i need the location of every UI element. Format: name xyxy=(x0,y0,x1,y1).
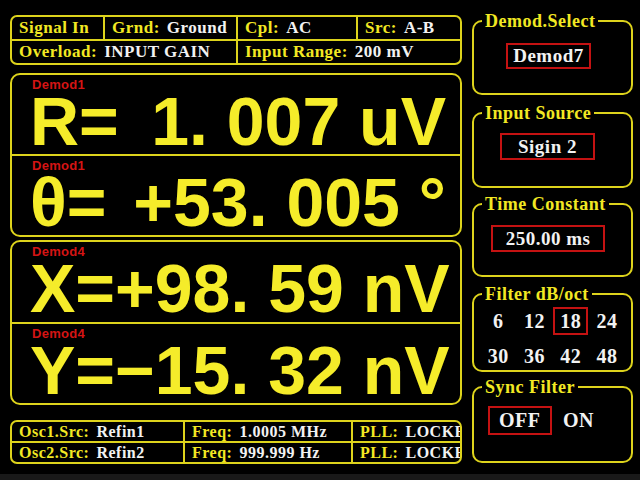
osc1-src-value: Refin1 xyxy=(96,423,144,441)
osc1-source-cell: Osc1.Src: Refin1 xyxy=(12,422,185,441)
readout-theta-value: +53. 005 ° xyxy=(133,167,446,237)
readout-panel-x: Demod4 X= +98. 59 nV xyxy=(12,242,460,322)
sync-filter-options: OFF ON xyxy=(488,406,605,435)
osc1-freq-cell: Freq: 1.0005 MHz xyxy=(185,422,353,441)
filter-option-36[interactable]: 36 xyxy=(517,342,552,370)
osc1-row: Osc1.Src: Refin1 Freq: 1.0005 MHz PLL: L… xyxy=(12,422,460,443)
filter-option-48[interactable]: 48 xyxy=(589,342,624,370)
osc2-pll-cell: PLL: LOCKED xyxy=(353,443,460,462)
status-row-1: Signal In Grnd: Ground Cpl: AC Src: A-B xyxy=(12,17,460,41)
src-value: A-B xyxy=(404,18,435,38)
readout-box-r-theta: Demod1 R= 1. 007 uV Demod1 θ= +53. 005 ° xyxy=(10,73,462,237)
osc1-pll-label: PLL: xyxy=(360,423,398,441)
input-source-value[interactable]: Sigin 2 xyxy=(500,133,595,160)
osc2-freq-cell: Freq: 999.999 Hz xyxy=(185,443,353,462)
osc2-pll-value: LOCKED xyxy=(405,444,460,462)
sync-filter-group: Sync Filter OFF ON xyxy=(472,386,633,463)
src-label: Src: xyxy=(365,18,397,38)
readout-line-y: Y= −15. 32 nV xyxy=(30,335,446,405)
filter-slope-title: Filter dB/oct xyxy=(482,284,592,305)
overload-label: Overload: xyxy=(19,42,97,62)
source-indicator: Src: A-B xyxy=(358,17,460,39)
readout-y-label: Y= xyxy=(30,335,115,405)
oscillator-bar: Osc1.Src: Refin1 Freq: 1.0005 MHz PLL: L… xyxy=(10,420,462,464)
osc1-freq-value: 1.0005 MHz xyxy=(239,423,327,441)
osc2-freq-value: 999.999 Hz xyxy=(239,444,320,462)
ground-indicator: Grnd: Ground xyxy=(105,17,238,39)
readout-line-r: R= 1. 007 uV xyxy=(30,86,446,156)
input-range-value: 200 mV xyxy=(355,42,414,62)
osc2-src-value: Refin2 xyxy=(96,444,144,462)
status-bar: Signal In Grnd: Ground Cpl: AC Src: A-B … xyxy=(10,15,462,65)
screen-bezel-strip xyxy=(0,474,640,480)
osc2-pll-label: PLL: xyxy=(360,444,398,462)
readout-r-label: R= xyxy=(30,86,119,156)
demod-select-value[interactable]: Demod7 xyxy=(506,43,591,69)
overload-value: INPUT GAIN xyxy=(104,42,210,62)
time-constant-title: Time Constant xyxy=(482,194,609,215)
filter-option-30[interactable]: 30 xyxy=(481,342,516,370)
sync-filter-off-selected[interactable]: OFF xyxy=(488,406,552,435)
grnd-label: Grnd: xyxy=(112,18,160,38)
readout-r-value: 1. 007 uV xyxy=(151,86,446,156)
readout-panel-theta: Demod1 θ= +53. 005 ° xyxy=(12,154,460,235)
osc2-row: Osc2.Src: Refin2 Freq: 999.999 Hz PLL: L… xyxy=(12,443,460,462)
sync-filter-title: Sync Filter xyxy=(482,377,578,398)
readout-line-x: X= +98. 59 nV xyxy=(30,253,446,323)
lockin-amplifier-screen: Signal In Grnd: Ground Cpl: AC Src: A-B … xyxy=(0,0,640,480)
overload-indicator: Overload: INPUT GAIN xyxy=(12,41,238,63)
sync-filter-on[interactable]: ON xyxy=(552,406,605,435)
readout-theta-label: θ= xyxy=(30,167,106,237)
filter-option-24[interactable]: 24 xyxy=(589,307,624,335)
input-source-title: Input Source xyxy=(482,103,594,124)
filter-option-18-selected[interactable]: 18 xyxy=(553,307,588,335)
osc1-src-label: Osc1.Src: xyxy=(19,423,89,441)
osc1-pll-cell: PLL: LOCKED xyxy=(353,422,460,441)
readout-line-theta: θ= +53. 005 ° xyxy=(30,167,446,237)
signal-in-indicator: Signal In xyxy=(12,17,105,39)
osc1-freq-label: Freq: xyxy=(192,423,232,441)
cpl-label: Cpl: xyxy=(245,18,279,38)
filter-option-42[interactable]: 42 xyxy=(553,342,588,370)
cpl-value: AC xyxy=(286,18,312,38)
input-range-label: Input Range: xyxy=(245,42,348,62)
readout-panel-r: Demod1 R= 1. 007 uV xyxy=(12,75,460,154)
time-constant-group: Time Constant 250.00 ms xyxy=(472,203,633,277)
osc2-src-label: Osc2.Src: xyxy=(19,444,89,462)
demod-select-title: Demod.Select xyxy=(482,11,598,32)
readout-x-label: X= xyxy=(30,253,115,323)
readout-y-value: −15. 32 nV xyxy=(115,335,450,405)
grnd-value: Ground xyxy=(167,18,227,38)
readout-panel-y: Demod4 Y= −15. 32 nV xyxy=(12,322,460,404)
filter-option-6[interactable]: 6 xyxy=(486,307,511,335)
status-row-2: Overload: INPUT GAIN Input Range: 200 mV xyxy=(12,41,460,63)
time-constant-value[interactable]: 250.00 ms xyxy=(491,225,605,252)
signal-in-label: Signal In xyxy=(19,18,89,38)
coupling-indicator: Cpl: AC xyxy=(238,17,358,39)
readout-box-x-y: Demod4 X= +98. 59 nV Demod4 Y= −15. 32 n… xyxy=(10,240,462,405)
osc1-pll-value: LOCKED xyxy=(405,423,460,441)
osc2-freq-label: Freq: xyxy=(192,444,232,462)
demod-select-group: Demod.Select Demod7 xyxy=(472,20,633,95)
input-range-indicator: Input Range: 200 mV xyxy=(238,41,460,63)
filter-slope-options: 6 12 18 24 30 36 42 48 xyxy=(480,307,625,370)
input-source-group: Input Source Sigin 2 xyxy=(472,112,633,188)
readout-x-value: +98. 59 nV xyxy=(115,253,450,323)
filter-slope-group: Filter dB/oct 6 12 18 24 30 36 42 48 xyxy=(472,293,633,372)
filter-option-12[interactable]: 12 xyxy=(517,307,552,335)
osc2-source-cell: Osc2.Src: Refin2 xyxy=(12,443,185,462)
